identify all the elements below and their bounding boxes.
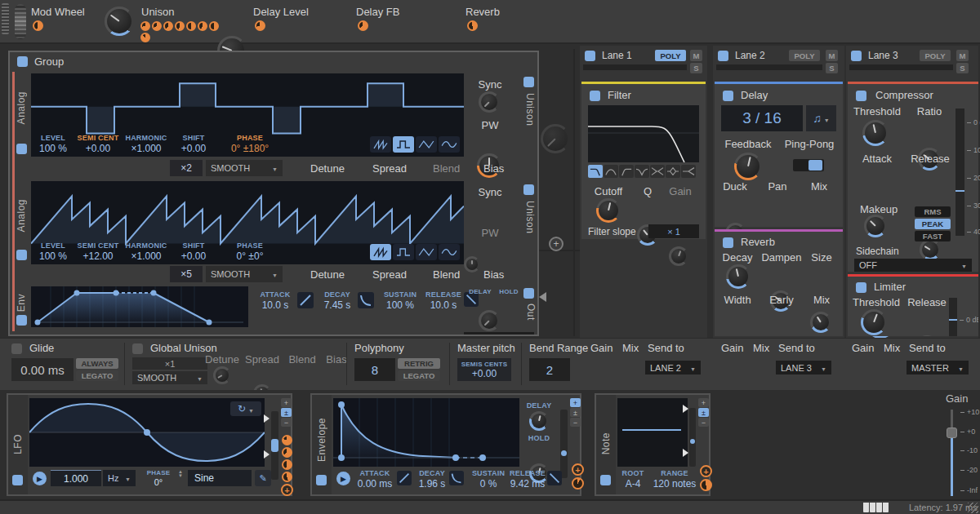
decay-curve-icon[interactable] [449, 471, 464, 485]
envelope-release[interactable]: RELEASE 9.42 ms [508, 469, 547, 490]
env-decay[interactable]: DECAY 7.45 s [318, 290, 356, 311]
zoom-in-button[interactable]: + [281, 398, 292, 407]
reverb-enable-checkbox[interactable] [723, 237, 733, 248]
osc1-unison-count[interactable]: ×2 [170, 160, 203, 176]
virtual-keyboard-icon[interactable] [863, 503, 889, 512]
delay-pingpong-toggle[interactable] [793, 159, 824, 171]
lane2-solo-button[interactable]: S [826, 63, 838, 73]
osc1-param-semicent[interactable]: SEMI CENT +0.00 [75, 134, 121, 154]
master-gain-handle[interactable] [947, 428, 957, 438]
wave-square-icon[interactable] [393, 244, 414, 260]
zoom-out-button[interactable]: − [698, 418, 709, 427]
compressor-mode-fast[interactable]: FAST [915, 231, 951, 241]
lane2-mute-button[interactable]: M [826, 50, 838, 61]
filter-highpass-icon[interactable] [619, 165, 634, 178]
delay-enable-checkbox[interactable] [723, 91, 733, 101]
mod-indicator[interactable] [700, 479, 712, 491]
filter-bandstop-icon[interactable] [650, 165, 665, 178]
polyphony-retrig-button[interactable]: RETRIG [398, 358, 440, 369]
macro-knob-unison[interactable] [105, 7, 134, 36]
lfo-shape-value[interactable]: Sine [188, 470, 252, 486]
reverb-decay-knob[interactable] [726, 264, 751, 289]
zoom-in-button[interactable]: + [698, 398, 709, 407]
limiter-release-knob[interactable] [915, 335, 939, 336]
compressor-release-knob[interactable] [920, 239, 941, 260]
env-enable-checkbox[interactable] [16, 315, 27, 326]
mod-indicator[interactable] [209, 21, 219, 31]
osc1-param-phase[interactable]: PHASE 0° ±180° [220, 134, 279, 154]
zoom-fit-button[interactable]: ± [698, 408, 709, 417]
mod-wheel-indicator[interactable] [33, 20, 43, 31]
lfo-enable-checkbox[interactable] [12, 475, 23, 485]
wave-square-icon[interactable] [393, 136, 414, 153]
delay-feedback-knob[interactable] [734, 153, 762, 180]
note-curve-display[interactable] [617, 398, 688, 467]
note-range[interactable]: RANGE 120 notes [650, 469, 699, 490]
compressor-enable-checkbox[interactable] [856, 91, 866, 101]
envelope-output-button[interactable]: ▶ [336, 472, 350, 485]
global-unison-count[interactable]: ×1 [132, 357, 207, 370]
lfo-output-button[interactable]: ▶ [33, 472, 47, 485]
filter-gain-knob[interactable] [669, 246, 688, 266]
env-display[interactable] [31, 286, 248, 327]
lane1-mute-button[interactable]: M [690, 50, 702, 61]
delay-time-value[interactable]: 3 / 16 [721, 105, 803, 131]
mod-wheel[interactable] [15, 4, 26, 39]
mod-indicator[interactable] [163, 21, 173, 31]
mod-indicator[interactable] [140, 21, 150, 31]
polyphony-legato-button[interactable]: LEGATO [398, 370, 440, 381]
mod-indicator[interactable] [282, 459, 292, 470]
lfo-waveform-display[interactable]: ↻ [29, 398, 265, 467]
osc2-param-level[interactable]: LEVEL 100 % [33, 241, 74, 262]
osc1-bias-knob[interactable] [464, 256, 480, 273]
lane1-solo-button[interactable]: S [690, 63, 702, 73]
osc2-param-semicent[interactable]: SEMI CENT +12.00 [75, 241, 121, 262]
lane1-send-dropdown[interactable]: LANE 2 [645, 361, 701, 374]
range-marker[interactable] [683, 405, 688, 413]
slider-dot[interactable] [690, 439, 695, 444]
attack-slope-icon[interactable] [297, 292, 314, 308]
macro-knob-empty[interactable] [541, 124, 570, 153]
lane3-enable-checkbox[interactable] [851, 51, 862, 61]
gu-detune-knob[interactable] [213, 366, 231, 384]
glide-value[interactable]: 0.00 ms [11, 358, 74, 381]
compressor-attack-knob[interactable] [864, 215, 887, 237]
osc1-param-harmonic[interactable]: HARMONIC ×1.000 [122, 134, 170, 154]
filter-lowpass-icon[interactable] [588, 165, 603, 178]
mod-indicator[interactable] [282, 435, 292, 445]
osc1-sync-knob[interactable] [479, 91, 500, 113]
osc1-unison-checkbox[interactable] [523, 77, 534, 87]
env-attack[interactable]: ATTACK 10.0 s [255, 290, 296, 311]
add-modulation-button[interactable]: + [281, 484, 293, 496]
lane2-enable-checkbox[interactable] [718, 51, 728, 61]
filter-notch-icon[interactable] [635, 165, 649, 178]
note-depth-slider[interactable] [689, 408, 696, 467]
lane2-send-dropdown[interactable]: LANE 3 [776, 361, 831, 374]
release-slope-icon[interactable] [547, 471, 562, 485]
filter-response-display[interactable] [588, 105, 699, 162]
mod-indicator[interactable] [198, 21, 207, 31]
zoom-out-button[interactable]: − [281, 418, 292, 427]
lane1-enable-checkbox[interactable] [585, 51, 595, 61]
filter-enable-checkbox[interactable] [590, 91, 600, 101]
lfo-depth-slider[interactable] [271, 411, 278, 480]
mod-indicator[interactable] [282, 447, 292, 458]
wave-saw-icon[interactable] [370, 244, 391, 260]
wave-triangle-icon[interactable] [416, 244, 437, 260]
compressor-threshold-knob[interactable] [862, 120, 889, 146]
envelope-decay[interactable]: DECAY 1.96 s [415, 469, 449, 490]
envelope-delay-knob[interactable] [529, 411, 549, 431]
lane3-send-dropdown[interactable]: MASTER [906, 361, 969, 374]
filter-slope-value[interactable]: × 1 [648, 224, 699, 238]
attack-slope-icon[interactable] [397, 471, 412, 485]
lfo-phase[interactable]: PHASE 0° [140, 469, 176, 487]
glide-legato-button[interactable]: LEGATO [76, 370, 118, 381]
lfo-shape-stepper[interactable]: ▲ ▼ [176, 470, 185, 478]
add-modulation-button[interactable]: + [572, 463, 584, 476]
wave-sine-icon[interactable] [439, 136, 460, 153]
reverb-size-knob[interactable] [810, 312, 831, 333]
osc2-unison-checkbox[interactable] [523, 184, 534, 195]
envelope-curve-display[interactable] [333, 398, 519, 467]
compressor-mode-peak[interactable]: PEAK [915, 219, 951, 229]
zoom-in-button[interactable]: + [570, 398, 581, 407]
